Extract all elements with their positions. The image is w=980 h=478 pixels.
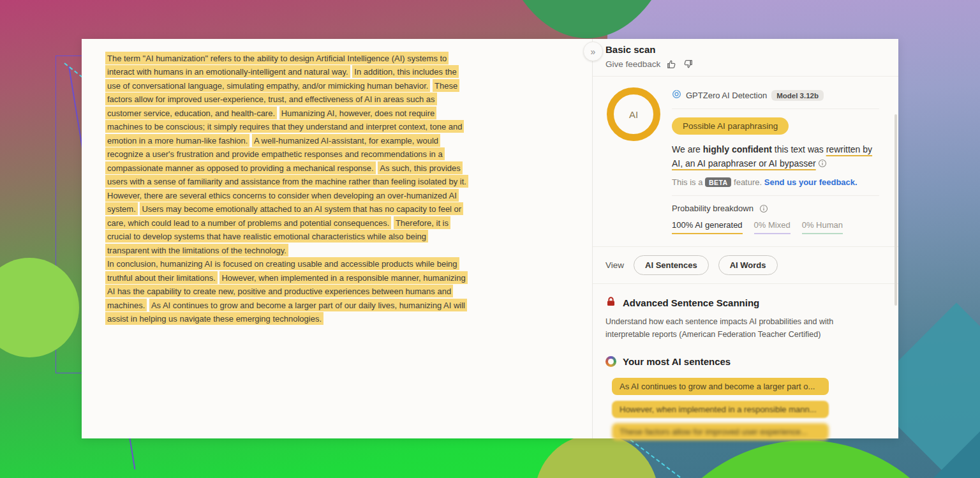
verdict-prefix: We are (672, 144, 703, 154)
lock-icon (605, 296, 616, 310)
feedback-link[interactable]: Send us your feedback. (764, 177, 858, 187)
probability-mixed: 0% Mixed (754, 220, 791, 234)
beta-prefix: This is a (672, 177, 705, 187)
advanced-scanning-section: Advanced Sentence Scanning Understand ho… (593, 284, 898, 367)
verdict-text: We are highly confident this text was re… (672, 143, 877, 170)
paragraph: In conclusion, humanizing AI is focused … (105, 257, 469, 326)
beta-middle: feature. (731, 177, 764, 187)
ai-score-label: AI (629, 109, 638, 120)
probability-ai: 100% AI generated (672, 220, 743, 234)
scan-results-panel: » Basic scan Give feedback AI (592, 39, 898, 438)
model-version-badge: Model 3.12b (771, 90, 824, 101)
advanced-scanning-description: Understand how each sentence impacts AI … (605, 315, 867, 341)
view-label: View (605, 260, 624, 270)
gptzero-logo-icon (672, 89, 681, 101)
most-ai-sentences-header: Your most AI sentences (605, 356, 886, 367)
ai-words-button[interactable]: AI Words (718, 255, 778, 275)
ai-score-ring: AI (607, 87, 660, 141)
screenshot-canvas: The term "AI humanization" refers to the… (0, 0, 980, 478)
ai-sentence-pill-blurred[interactable]: These factors allow for improved user ex… (612, 423, 829, 440)
ai-sentence-pill-blurred[interactable]: However, when implemented in a responsib… (612, 401, 829, 418)
beta-note: This is a BETA feature. Send us your fee… (672, 177, 879, 187)
paragraph: The term "AI humanization" refers to the… (105, 51, 469, 188)
beta-badge: BETA (705, 177, 731, 187)
highlighted-sentence[interactable]: As AI continues to grow and become a lar… (105, 299, 467, 325)
ai-sentences-button[interactable]: AI Sentences (634, 255, 709, 275)
divider (672, 195, 879, 196)
chevron-right-double-icon: » (591, 47, 596, 57)
info-icon[interactable] (818, 159, 827, 168)
most-ai-sentences-title: Your most AI sentences (623, 356, 731, 367)
probability-breakdown-row: 100% AI generated 0% Mixed 0% Human (672, 220, 879, 234)
detection-result-section: AI GPTZero AI Detection Model 3.12b Poss… (593, 77, 898, 247)
verdict-confidence: highly confident (703, 144, 772, 154)
swirl-logo-icon (605, 356, 616, 367)
most-ai-sentences-list: As AI continues to grow and become a lar… (593, 367, 898, 440)
collapse-panel-button[interactable]: » (583, 41, 603, 61)
info-icon[interactable] (759, 204, 768, 213)
results-header: Basic scan Give feedback (593, 39, 898, 77)
view-toggle-row: View AI Sentences AI Words (593, 247, 898, 284)
detector-brand-label: GPTZero AI Detection (686, 91, 767, 100)
panel-scrollbar[interactable] (895, 114, 897, 306)
probability-human: 0% Human (802, 220, 843, 234)
document-editor[interactable]: The term "AI humanization" refers to the… (82, 39, 592, 438)
paragraph: However, there are several ethics concer… (105, 188, 469, 257)
verdict-middle: this text was (772, 144, 826, 154)
probability-breakdown-label: Probability breakdown (672, 204, 879, 213)
advanced-scanning-title: Advanced Sentence Scanning (623, 297, 759, 308)
classification-pill: Possible AI paraphrasing (672, 117, 789, 135)
ai-sentence-pill[interactable]: As AI continues to grow and become a lar… (612, 378, 829, 395)
thumbs-up-icon[interactable] (666, 59, 677, 70)
gptzero-app-window: The term "AI humanization" refers to the… (82, 39, 898, 438)
panel-title: Basic scan (605, 43, 886, 55)
thumbs-down-icon[interactable] (683, 59, 694, 70)
give-feedback-label: Give feedback (605, 59, 660, 69)
